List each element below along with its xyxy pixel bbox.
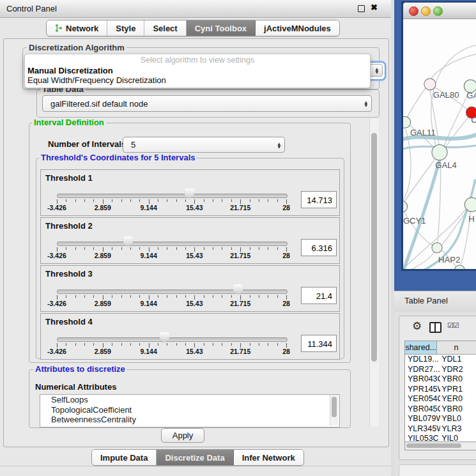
table-row[interactable]: YBR043CYBR0 — [405, 374, 476, 385]
attributes-group-title: Attributes to discretize — [33, 365, 127, 374]
table-row[interactable]: YDL19...YDL1 — [405, 355, 476, 365]
tick-mark — [240, 247, 241, 252]
tab-label: Infer Network — [242, 453, 295, 463]
tab-style[interactable]: Style — [107, 20, 144, 36]
threshold-panel: Threshold 2-3.4262.8599.14415.4321.71528… — [40, 217, 340, 264]
combo-stepper-button[interactable]: ▲▼ — [369, 64, 383, 77]
node-h[interactable] — [464, 197, 476, 211]
tick-mark — [259, 199, 259, 202]
column-header-shared[interactable]: shared... — [405, 341, 437, 355]
attribute-item-topologicalcoefficient[interactable]: TopologicalCoefficient — [40, 405, 339, 415]
table-horizontal-scrollbar[interactable] — [404, 441, 476, 450]
tab-label: Select — [153, 24, 177, 33]
network-edge[interactable] — [445, 117, 468, 147]
gear-icon[interactable]: ⚙ — [412, 319, 422, 332]
node-hap2[interactable] — [432, 243, 442, 253]
attributes-list-scrollbar[interactable] — [330, 395, 339, 426]
table-data-combo-value: galFiltered.sif default node — [50, 96, 148, 111]
node-gal80[interactable] — [424, 79, 436, 90]
number-of-intervals-combo[interactable]: 5 ▲▼ — [123, 137, 285, 153]
number-of-intervals-value: 5 — [131, 137, 135, 152]
table-row[interactable]: YPR145WYPR1 — [405, 385, 476, 395]
numerical-attributes-list[interactable]: SelfLoopsTopologicalCoefficientBetweenne… — [40, 394, 340, 427]
tab-jactivemnodules[interactable]: jActiveMNodules — [256, 20, 339, 36]
node-bottom[interactable] — [454, 265, 464, 269]
tab-label: Style — [116, 24, 135, 33]
node-attribute-table[interactable]: shared...nYDL19...YDL1YDR27...YDR2YBR043… — [404, 341, 476, 442]
table-cell: YER054C — [405, 394, 440, 404]
threshold-label: Threshold 3 — [45, 269, 93, 279]
tick-label: 2.859 — [95, 348, 111, 355]
tab-impute-data[interactable]: Impute Data — [92, 450, 157, 465]
threshold-panel: Threshold 3-3.4262.8599.14415.4321.71528… — [40, 265, 340, 312]
tick-mark — [286, 343, 287, 348]
tick-mark — [231, 343, 232, 346]
table-row[interactable]: YBR045CYBR0 — [405, 404, 476, 415]
tick-mark — [139, 247, 140, 250]
threshold-slider-track[interactable] — [57, 289, 288, 294]
close-traffic-light-icon[interactable] — [409, 6, 418, 16]
network-icon — [55, 24, 63, 33]
node-label-ga: GA — [466, 91, 476, 100]
column-header-n[interactable]: n — [437, 341, 476, 355]
network-edge[interactable] — [408, 88, 426, 117]
tick-mark — [112, 343, 112, 346]
column-browser-icon[interactable] — [429, 322, 441, 333]
tick-label: 21.715 — [230, 204, 250, 211]
attribute-item-betweennesscentrality[interactable]: BetweennessCentrality — [40, 415, 339, 425]
table-row[interactable]: YDR27...YDR2 — [405, 365, 476, 375]
threshold-slider-track[interactable] — [57, 242, 288, 246]
network-canvas[interactable]: GAL80GACGAL11GAL4GCY1HHAP2 — [403, 19, 476, 269]
apply-button[interactable]: Apply — [161, 428, 204, 443]
zoom-traffic-light-icon[interactable] — [433, 6, 443, 16]
tab-infer-network[interactable]: Infer Network — [234, 450, 303, 465]
tick-mark — [57, 247, 58, 252]
tab-cyni-toolbox[interactable]: Cyni Toolbox — [187, 20, 256, 36]
attribute-item-selfloops[interactable]: SelfLoops — [40, 395, 339, 405]
tick-mark — [259, 247, 259, 250]
tab-select[interactable]: Select — [144, 20, 186, 36]
tab-network[interactable]: Network — [47, 20, 107, 36]
network-edge[interactable] — [438, 160, 441, 243]
thresholds-group-title: Threshold's Coordinates for 5 Intervals — [39, 153, 197, 162]
minimize-traffic-light-icon[interactable] — [421, 6, 431, 16]
table-row[interactable]: YER054CYER0 — [405, 394, 476, 404]
scrollbar-thumb[interactable] — [332, 397, 337, 417]
tick-mark — [204, 247, 204, 250]
tab-discretize-data[interactable]: Discretize Data — [157, 450, 233, 465]
close-icon[interactable]: ✖ — [371, 3, 378, 12]
panel-vertical-scrollbar[interactable] — [369, 119, 379, 427]
network-edge[interactable] — [442, 210, 467, 244]
dropdown-option-manual-discretization[interactable]: Manual Discretization — [27, 66, 367, 75]
tick-mark — [121, 247, 122, 250]
threshold-value-field[interactable]: 14.713 — [301, 191, 337, 208]
network-edge[interactable] — [431, 54, 476, 79]
node-label-hap2: HAP2 — [438, 255, 460, 265]
tick-mark — [176, 295, 177, 298]
tick-mark — [149, 199, 150, 204]
node-gal4[interactable] — [432, 145, 447, 160]
threshold-value-field[interactable]: 21.4 — [301, 287, 337, 304]
select-columns-icon[interactable]: ☑☑ — [447, 321, 459, 330]
threshold-slider-track[interactable] — [57, 194, 288, 198]
threshold-slider-track[interactable] — [57, 337, 288, 342]
tick-mark — [240, 343, 241, 348]
threshold-value-field[interactable]: 6.316 — [301, 239, 337, 256]
scrollbar-thumb[interactable] — [406, 443, 461, 448]
threshold-label: Threshold 1 — [45, 173, 93, 183]
threshold-value-field[interactable]: 11.344 — [301, 335, 337, 352]
network-window-titlebar[interactable] — [403, 3, 476, 19]
node-gal11[interactable] — [403, 116, 411, 128]
scrollbar-thumb[interactable] — [371, 133, 377, 362]
node-gcy1[interactable] — [403, 201, 408, 212]
table-cell: YBL079W — [405, 414, 440, 424]
table-data-combo[interactable]: galFiltered.sif default node ▲▼ — [42, 95, 372, 112]
table-row[interactable]: YBL079WYBL0 — [405, 414, 476, 424]
table-row[interactable]: YLR345WYLR3 — [405, 424, 476, 434]
tab-label: Discretize Data — [165, 453, 224, 463]
tick-mark — [66, 199, 66, 202]
float-window-icon[interactable] — [358, 5, 365, 12]
dropdown-option-equal-width-frequency-discretization[interactable]: Equal Width/Frequency Discretization — [27, 75, 367, 85]
tick-mark — [259, 343, 259, 346]
tick-mark — [130, 247, 131, 250]
